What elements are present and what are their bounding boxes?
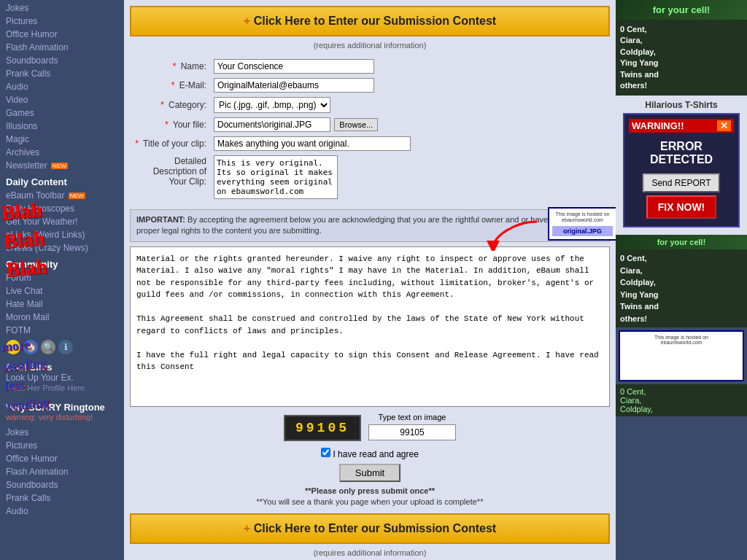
agreement-text: Material or the rights granted hereunder… (136, 253, 603, 301)
sidebar-link-live-chat[interactable]: Live Chat (0, 284, 124, 298)
title-label: * Title of your clip: (130, 134, 210, 153)
desc-textarea[interactable]: This is very original. Its so original i… (214, 155, 338, 199)
submit-sub-top: (requires additional information) (130, 41, 610, 50)
bottom-promo-label: for your cell! (657, 238, 706, 246)
required-star-email: * (171, 80, 175, 90)
file-input[interactable] (214, 117, 330, 132)
sidebar-bottom-prank-calls[interactable]: Prank Calls (0, 491, 124, 505)
image-filename-label: original.JPG (552, 226, 613, 236)
captcha-text: 99105 (295, 421, 349, 435)
name-input[interactable] (214, 59, 374, 74)
agreement-text-2: This Agreement shall be construed and co… (136, 313, 603, 337)
captcha-label: Type text on image (368, 413, 456, 421)
sidebar-link-office-humor[interactable]: Office Humor (0, 28, 124, 41)
cool-sites-title: Cool Sites (6, 362, 118, 373)
right-sidebar: for your cell! 0 Cent,Ciara,Coldplay,Yin… (616, 0, 747, 560)
desc-label: Detailed Description of Your Clip: (130, 153, 210, 203)
sidebar-link-audio[interactable]: Audio (0, 80, 124, 93)
bottom-image-preview: This image is hosted onebaumsworld.com (619, 330, 744, 381)
sidebar-link-flash-animation[interactable]: Flash Animation (0, 41, 124, 54)
image-preview-box: This image is hosted on ebaumsworld.com … (548, 207, 616, 241)
desc-field-label: Detailed Description of Your Clip: (153, 156, 206, 187)
sidebar-link-jokes[interactable]: Jokes (0, 1, 124, 15)
title-input[interactable] (214, 136, 411, 151)
captcha-input[interactable] (368, 424, 456, 440)
bottom-watermark: This image is hosted onebaumsworld.com (623, 335, 740, 345)
icon-home[interactable]: 🏠 (23, 340, 38, 354)
submit-banner-text: Click Here to Enter our Submission Conte… (254, 15, 497, 27)
submit-contest-banner-bottom[interactable]: + Click Here to Enter our Submission Con… (130, 513, 610, 544)
required-star-file: * (165, 120, 169, 130)
email-field-label: E-Mail: (179, 80, 206, 90)
icon-search[interactable]: 🔍 (41, 340, 55, 354)
warning-header: WARNING!! ✕ (629, 119, 734, 133)
category-label: * Category: (130, 95, 210, 115)
sidebar-link-games[interactable]: Games (0, 106, 124, 120)
sidebar-link-illusions[interactable]: Illusions (0, 120, 124, 133)
note-thank-you: **You will see a thank you page when you… (130, 497, 610, 506)
cool-sites-link[interactable]: Look Up Your Ex. (6, 373, 74, 383)
sidebar-bottom-flash[interactable]: Flash Animation (0, 465, 124, 478)
agree-checkbox[interactable] (321, 448, 330, 457)
fix-now-button[interactable]: FIX NOW! (646, 195, 717, 219)
agreement-text-3: I have the full right and legal capacity… (136, 349, 603, 373)
community-icons: ★ 🏠 🔍 ℹ (0, 337, 124, 357)
browse-button[interactable]: Browse... (334, 118, 378, 131)
sidebar-link-soundboards[interactable]: Soundboards (0, 54, 124, 67)
sidebar-bottom-soundboards[interactable]: Soundboards (0, 478, 124, 491)
sidebar-link-video[interactable]: Video (0, 93, 124, 106)
sidebar-bottom-jokes[interactable]: Jokes (0, 426, 124, 439)
sidebar-bottom-office-humor[interactable]: Office Humor (0, 452, 124, 465)
important-bold: IMPORTANT: (136, 215, 185, 224)
title-field-label: Title of your clip: (143, 139, 206, 149)
sidebar-link-pictures[interactable]: Pictures (0, 15, 124, 28)
submit-contest-banner-top[interactable]: + Click Here to Enter our Submission Con… (130, 6, 610, 36)
sidebar-link-magic[interactable]: Magic (0, 133, 124, 146)
agree-label: I have read and agree (333, 449, 418, 459)
sidebar-bottom-audio[interactable]: Audio (0, 505, 124, 518)
sidebar-link-elinks[interactable]: eLinks (Weird Links) (0, 228, 124, 241)
submit-banner-text-bottom: Click Here to Enter our Submission Conte… (254, 522, 497, 534)
submission-form: * Name: * E-Mail: * Category: Pic (130, 57, 610, 203)
sidebar-link-moron-mail[interactable]: Moron Mail (0, 311, 124, 324)
sidebar-link-hate-mail[interactable]: Hate Mail (0, 298, 124, 311)
sidebar-link-weather[interactable]: Get Your Weather! (0, 215, 124, 228)
icon-star[interactable]: ★ (6, 340, 20, 354)
file-label: * Your file: (130, 115, 210, 134)
agreement-box[interactable]: Material or the rights granted hereunder… (130, 246, 610, 407)
category-field-label: Category: (169, 100, 206, 110)
required-star-category: * (160, 100, 164, 110)
tshirt-section: Hilarious T-Shirts WARNING!! ✕ ERRORDETE… (616, 96, 747, 235)
submit-button[interactable]: Submit (339, 464, 400, 482)
category-select[interactable]: Pic (.jpg, .gif, .bmp, .png) Video Audio… (214, 97, 330, 113)
sidebar-link-newsletter[interactable]: Newsletter NEW (0, 159, 124, 172)
artists-bottom: 0 Cent,Ciara,Coldplay,Ying YangTwins and… (620, 252, 743, 324)
top-promo-label: for your cell! (653, 4, 711, 15)
sidebar-link-fotm[interactable]: FOTM (0, 324, 124, 337)
daily-content-title: Daily Content (0, 172, 124, 189)
icon-info[interactable]: ℹ (58, 340, 73, 354)
scary-warning: warning: very disturbing! (6, 413, 118, 421)
artists-top: 0 Cent,Ciara,Coldplay,Ying YangTwins and… (620, 24, 743, 91)
sidebar-link-ebaum-toolbar[interactable]: eBaum Toolbar NEW (0, 189, 124, 202)
captcha-area: 99105 Type text on image (130, 413, 610, 443)
plus-icon-bottom: + (244, 522, 254, 534)
top-ringtone-promo: 0 Cent,Ciara,Coldplay,Ying YangTwins and… (616, 20, 747, 96)
sidebar-link-forum[interactable]: Forum (0, 271, 124, 284)
watermark-line2: ebaumsworld.com (562, 217, 603, 222)
sidebar-bottom-pictures[interactable]: Pictures (0, 439, 124, 452)
submit-sub-bottom: (requires additional information) (130, 548, 610, 557)
sidebar-link-prank-calls[interactable]: Prank Calls (0, 67, 124, 80)
sidebar-link-archives[interactable]: Archives (0, 146, 124, 159)
send-report-button[interactable]: Send REPORT (643, 174, 719, 192)
error-detected-text: ERRORDETECTED (629, 140, 734, 166)
red-arrow (486, 214, 544, 251)
tshirt-title: Hilarious T-Shirts (620, 100, 743, 110)
warning-close-button[interactable]: ✕ (717, 120, 731, 131)
community-title: Community (0, 254, 124, 271)
sidebar-link-enews[interactable]: eNews (Crazy News) (0, 241, 124, 254)
file-field-label: Your file: (173, 120, 206, 130)
captcha-image: 99105 (284, 415, 361, 441)
sidebar-link-daily-horoscopes[interactable]: Daily Horoscopes (0, 202, 124, 215)
email-input[interactable] (214, 78, 374, 93)
